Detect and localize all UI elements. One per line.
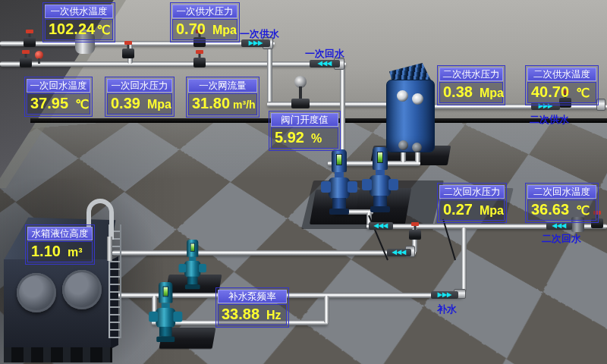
indicator-value: 0.70 Mpa bbox=[172, 19, 237, 40]
indicator-title: 一次回水温度 bbox=[27, 79, 90, 93]
value-number: 37.95 bbox=[30, 94, 68, 113]
pump-base-flange bbox=[370, 206, 390, 212]
hx-port-left bbox=[397, 90, 408, 102]
makeup-pump-1[interactable] bbox=[180, 240, 205, 293]
value-unit: m³ bbox=[68, 243, 83, 262]
valve-body bbox=[291, 99, 310, 108]
tank-manhole-right bbox=[62, 270, 102, 309]
pump-base-flange bbox=[329, 209, 349, 215]
indicator-title: 二次回水压力 bbox=[439, 185, 505, 199]
flow-arrows-left-icon: ◀◀◀ bbox=[369, 222, 393, 230]
indicator-value: 31.80 m³/h bbox=[188, 93, 257, 115]
tank-fill-valve[interactable] bbox=[409, 230, 421, 240]
value-number: 36.63 bbox=[531, 200, 569, 219]
indicator-value: 0.38 Mpa bbox=[439, 82, 503, 103]
circulation-pump-2[interactable] bbox=[363, 147, 397, 217]
tank-support-frame bbox=[4, 347, 112, 362]
hx-port-right bbox=[412, 93, 423, 105]
indicator-title: 一次回水压力 bbox=[107, 79, 172, 93]
tank-overflow-pipe-leg bbox=[107, 237, 112, 261]
indicator-tank-level[interactable]: 水箱液位高度 1.10 m³ bbox=[25, 224, 95, 265]
indicator-secondary-supply-pressure[interactable]: 二次供水压力 0.38 Mpa bbox=[437, 65, 505, 105]
value-unit: Hz bbox=[266, 306, 281, 325]
primary-valve-pipe bbox=[267, 102, 392, 107]
value-number: 0.70 bbox=[176, 20, 206, 39]
pump-part bbox=[332, 198, 346, 209]
indicator-value: 102.24 ℃ bbox=[45, 19, 113, 40]
indicator-secondary-return-pressure[interactable]: 二次回水压力 0.27 Mpa bbox=[437, 183, 507, 223]
tank-fill-pipe bbox=[112, 250, 416, 256]
pump-flange-left bbox=[362, 179, 372, 190]
indicator-title: 一次供水温度 bbox=[45, 5, 113, 18]
pump-flange-right bbox=[173, 312, 182, 322]
pump-part bbox=[373, 196, 387, 206]
value-number: 0.27 bbox=[443, 200, 473, 219]
value-number: 31.80 bbox=[192, 94, 230, 113]
flow-arrows-right-icon: ▶▶▶ bbox=[431, 291, 458, 299]
value-unit: ℃ bbox=[75, 95, 89, 114]
indicator-value: 0.39 Mpa bbox=[107, 93, 172, 115]
indicator-primary-supply-temperature[interactable]: 一次供水温度 102.24 ℃ bbox=[42, 2, 115, 42]
circulation-pump-1[interactable] bbox=[322, 149, 356, 219]
value-number: 5.92 bbox=[275, 128, 304, 147]
value-number: 0.38 bbox=[443, 83, 473, 102]
flow-arrows-left-icon: ◀◀◀ bbox=[387, 249, 411, 256]
return-isolation-valve[interactable] bbox=[193, 58, 206, 67]
indicator-title: 水箱液位高度 bbox=[27, 227, 93, 240]
value-unit: % bbox=[311, 129, 322, 148]
value-number: 0.39 bbox=[111, 94, 140, 113]
pump-loop-right bbox=[324, 296, 329, 323]
pump-volute bbox=[370, 175, 391, 196]
primary-return-pipe bbox=[0, 61, 346, 67]
pump-flange-left bbox=[321, 181, 331, 193]
value-unit: Mpa bbox=[480, 83, 504, 102]
flow-arrows-left-icon: ◀◀◀ bbox=[310, 60, 340, 67]
indicator-primary-return-pressure[interactable]: 一次回水压力 0.39 Mpa bbox=[105, 77, 175, 117]
indicator-makeup-pump-frequency[interactable]: 补水泵频率 33.88 Hz bbox=[215, 287, 289, 328]
indicator-title: 二次供水温度 bbox=[527, 67, 596, 81]
control-valve[interactable] bbox=[291, 76, 310, 109]
indicator-secondary-return-temperature[interactable]: 二次回水温度 36.63 ℃ bbox=[525, 183, 599, 223]
indicator-value: 33.88 Hz bbox=[218, 304, 287, 325]
pipe-label-makeup: 补水 bbox=[437, 303, 457, 316]
indicator-title: 二次供水压力 bbox=[439, 67, 503, 81]
value-unit: ℃ bbox=[576, 201, 590, 220]
pump-flange-left bbox=[178, 264, 186, 272]
indicator-value: 0.27 Mpa bbox=[439, 199, 505, 221]
bypass-valve[interactable] bbox=[122, 49, 134, 58]
hx-body bbox=[386, 80, 435, 152]
pressure-gauge bbox=[35, 51, 43, 59]
value-unit: ℃ bbox=[96, 20, 110, 39]
value-unit: Mpa bbox=[212, 20, 237, 39]
pump-part bbox=[376, 170, 385, 175]
hmi-heating-station-screen: ▶▶▶ ◀◀◀ ▶▶▶ ◀◀◀ ◀◀◀ ◀◀◀ ▶▶▶ 一次供水 一次回水 二次… bbox=[0, 0, 607, 364]
indicator-primary-network-flow[interactable]: 一次网流量 31.80 m³/h bbox=[186, 77, 259, 118]
primary-return-valve[interactable] bbox=[20, 58, 32, 67]
pump-flange-right bbox=[388, 179, 398, 190]
pump-status-indicator bbox=[336, 154, 342, 165]
value-number: 1.10 bbox=[31, 242, 61, 261]
indicator-title: 阀门开度值 bbox=[271, 113, 338, 127]
pump-flange-right bbox=[199, 264, 206, 272]
pump-volute bbox=[156, 308, 175, 328]
indicator-valve-opening[interactable]: 阀门开度值 5.92 % bbox=[269, 111, 341, 151]
pump-status-indicator bbox=[163, 287, 168, 297]
indicator-secondary-supply-temperature[interactable]: 二次供水温度 40.70 ℃ bbox=[525, 65, 599, 105]
pump-status-indicator bbox=[190, 243, 195, 252]
value-unit: ℃ bbox=[576, 83, 590, 102]
indicator-title: 二次回水温度 bbox=[527, 185, 596, 199]
hx-bottom-port-right bbox=[412, 143, 422, 152]
indicator-primary-return-temperature[interactable]: 一次回水温度 37.95 ℃ bbox=[24, 77, 93, 117]
plate-heat-exchanger[interactable] bbox=[386, 63, 438, 157]
pipe-label-secondary-return: 二次回水 bbox=[542, 232, 581, 246]
primary-supply-riser bbox=[267, 44, 272, 106]
value-number: 40.70 bbox=[531, 83, 569, 102]
indicator-value: 40.70 ℃ bbox=[527, 82, 596, 103]
pump-status-indicator bbox=[377, 152, 383, 163]
value-unit: Mpa bbox=[147, 95, 171, 114]
indicator-title: 一次供水压力 bbox=[172, 5, 237, 18]
valve-stem bbox=[299, 86, 302, 99]
indicator-primary-supply-pressure[interactable]: 一次供水压力 0.70 Mpa bbox=[170, 2, 240, 42]
makeup-pump-2[interactable] bbox=[150, 282, 181, 347]
primary-supply-valve[interactable] bbox=[24, 37, 36, 47]
